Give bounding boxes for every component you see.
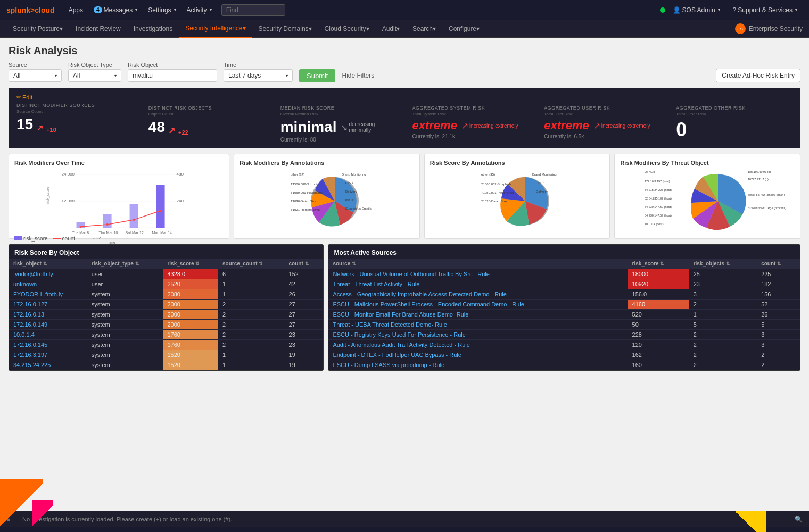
col-count-2[interactable]: count ⇅ <box>757 259 800 269</box>
cell-risk-object[interactable]: 172.16.0.127 <box>9 300 87 310</box>
cell-risk-object[interactable]: 172.16.0.149 <box>9 320 87 330</box>
sec-nav-search[interactable]: Search ▾ <box>406 20 442 38</box>
cell-risk-score: 160 <box>628 360 689 370</box>
cell-source[interactable]: ESCU - Dump LSASS via procdump - Rule <box>328 360 628 370</box>
cell-type: system <box>87 350 163 360</box>
svg-text:240: 240 <box>177 198 184 203</box>
table-row: 172.16.0.13 system 2000 2 27 <box>9 310 323 320</box>
cell-count: 23 <box>285 330 324 340</box>
nav-apps[interactable]: Apps <box>63 6 88 14</box>
enterprise-security-label: Enterprise Security <box>749 25 803 32</box>
table-row: Network - Unusual Volume of Outbound Tra… <box>328 269 800 279</box>
col-risk-score-2[interactable]: risk_score ⇅ <box>628 259 689 269</box>
cell-risk-score: 4160 <box>628 300 689 310</box>
cell-risk-object[interactable]: FYODOR-L.froth.ly <box>9 289 87 300</box>
col-risk-object-type[interactable]: risk_object_type ⇅ <box>87 259 163 269</box>
cell-count: 42 <box>285 279 324 289</box>
cell-source[interactable]: Network - Unusual Volume of Outbound Tra… <box>328 269 628 279</box>
cell-count: 27 <box>285 320 324 330</box>
cell-source[interactable]: Threat - UEBA Threat Detected Demo- Rule <box>328 320 628 330</box>
cell-source[interactable]: ESCU - Malicious PowerShell Process - En… <box>328 300 628 310</box>
cell-source[interactable]: Audit - Anomalous Audit Trail Activity D… <box>328 340 628 350</box>
most-active-table-title: Most Active Sources <box>328 245 800 259</box>
cell-risk-score: 4328.0 <box>163 269 218 279</box>
nav-admin[interactable]: 👤 SOS Admin ▾ <box>667 6 725 14</box>
nav-settings[interactable]: Settings ▾ <box>143 6 181 14</box>
cell-source[interactable]: ESCU - Registry Keys Used For Persistenc… <box>328 330 628 340</box>
cell-type: system <box>87 360 163 370</box>
source-select[interactable]: All ▾ <box>9 69 62 82</box>
risk-object-type-select[interactable]: All ▾ <box>68 69 121 82</box>
sec-nav-incident-review[interactable]: Incident Review <box>69 20 127 38</box>
table-row: 172.16.0.149 system 2000 2 27 <box>9 320 323 330</box>
time-chevron: ▾ <box>286 73 288 78</box>
sec-nav-security-domains[interactable]: Security Domains ▾ <box>252 20 318 38</box>
cell-risk-object[interactable]: 172.16.3.197 <box>9 350 87 360</box>
col-source-count[interactable]: source_count ⇅ <box>218 259 285 269</box>
col-risk-objects[interactable]: risk_objects ⇅ <box>689 259 757 269</box>
col-risk-score[interactable]: risk_score ⇅ <box>163 259 218 269</box>
cell-source[interactable]: Threat - Threat List Activity - Rule <box>328 279 628 289</box>
stat-change-1: +22 <box>178 129 188 136</box>
cell-count: 3 <box>757 340 800 350</box>
sec-nav-configure[interactable]: Configure ▾ <box>442 20 486 38</box>
cell-source[interactable]: Access - Geographically Improbable Acces… <box>328 289 628 300</box>
sec-nav-security-posture[interactable]: Security Posture ▾ <box>6 20 69 38</box>
create-ad-hoc-button[interactable]: Create Ad-Hoc Risk Entry <box>716 69 800 82</box>
sec-nav-cloud-security[interactable]: Cloud Security ▾ <box>318 20 376 38</box>
search-input[interactable] <box>221 4 285 16</box>
cell-risk-object[interactable]: 172.16.0.13 <box>9 310 87 320</box>
col-count[interactable]: count ⇅ <box>285 259 324 269</box>
cell-risk-object[interactable]: 10.0.1.4 <box>9 330 87 340</box>
edit-link[interactable]: ✏ Edit <box>16 94 133 101</box>
risk-object-type-filter-group: Risk Object Type All ▾ <box>68 62 121 82</box>
nav-messages[interactable]: 4 Messages ▾ <box>88 6 143 14</box>
sec-nav-investigations[interactable]: Investigations <box>127 20 179 38</box>
messages-chevron: ▾ <box>135 7 137 12</box>
risk-score-table-title: Risk Score By Object <box>9 245 323 259</box>
nav-support[interactable]: ? Support & Services ▾ <box>728 6 803 14</box>
svg-rect-11 <box>156 185 165 228</box>
sec-nav-security-intelligence[interactable]: Security Intelligence ▾ <box>179 20 252 38</box>
cell-type: system <box>87 330 163 340</box>
cell-risk-object[interactable]: fyodor@froth.ly <box>9 269 87 279</box>
messages-label: Messages <box>104 6 133 14</box>
minimal-value: minimal <box>280 119 337 136</box>
cell-source[interactable]: Endpoint - DTEX - FodHelper UAC Bypass -… <box>328 350 628 360</box>
col-source[interactable]: source ⇅ <box>328 259 628 269</box>
bottom-bar-search-icon[interactable]: 🔍 <box>795 516 803 523</box>
svg-text:12,000: 12,000 <box>62 198 75 203</box>
svg-text:Delivery: Delivery <box>536 190 548 193</box>
svg-text:Brand Monitoring: Brand Monitoring <box>342 173 366 176</box>
cell-source[interactable]: ESCU - Monitor Email For Brand Abuse Dem… <box>328 310 628 320</box>
pie-chart-area-1: other (34) T1566.002-S...rphish T1059.00… <box>240 169 414 233</box>
svg-text:5866F56F4D...86507 (hash): 5866F56F4D...86507 (hash) <box>748 193 785 196</box>
svg-text:T1030-Data...Size: T1030-Data...Size <box>481 200 507 203</box>
extreme-value-3: extreme <box>412 119 457 132</box>
pie-chart-area-2: other (35) T1566.002-S...rphish T1059.00… <box>430 169 605 233</box>
table-row: ESCU - Dump LSASS via procdump - Rule 16… <box>328 360 800 370</box>
svg-text:24,000: 24,000 <box>62 172 75 177</box>
sec-nav-audit[interactable]: Audit ▾ <box>376 20 406 38</box>
cell-source-count: 2 <box>218 310 285 320</box>
cell-count: 26 <box>285 289 324 300</box>
bottom-bar: ≡ + No investigation is currently loaded… <box>0 511 809 527</box>
hide-filters-link[interactable]: Hide Filters <box>342 72 374 79</box>
time-select[interactable]: Last 7 days ▾ <box>224 69 293 82</box>
cell-count: 23 <box>285 340 324 350</box>
cell-risk-object[interactable]: 172.16.0.145 <box>9 340 87 350</box>
svg-text:T1566.002-S...rphish: T1566.002-S...rphish <box>291 182 320 186</box>
settings-chevron: ▾ <box>174 7 176 12</box>
svg-rect-10 <box>130 204 138 228</box>
svg-text:34.215.24.225 (host): 34.215.24.225 (host) <box>645 188 672 192</box>
cell-risk-object[interactable]: unknown <box>9 279 87 289</box>
col-risk-object[interactable]: risk_object ⇅ <box>9 259 87 269</box>
nav-activity[interactable]: Activity ▾ <box>181 6 217 14</box>
cell-source-count: 6 <box>218 269 285 279</box>
messages-badge: 4 <box>94 6 102 13</box>
risk-object-input[interactable] <box>128 69 217 82</box>
cell-risk-object[interactable]: 34.215.24.225 <box>9 360 87 370</box>
submit-button[interactable]: Submit <box>299 69 335 82</box>
es-icon: ES <box>735 23 746 34</box>
svg-text:CIS 7: CIS 7 <box>345 181 354 185</box>
